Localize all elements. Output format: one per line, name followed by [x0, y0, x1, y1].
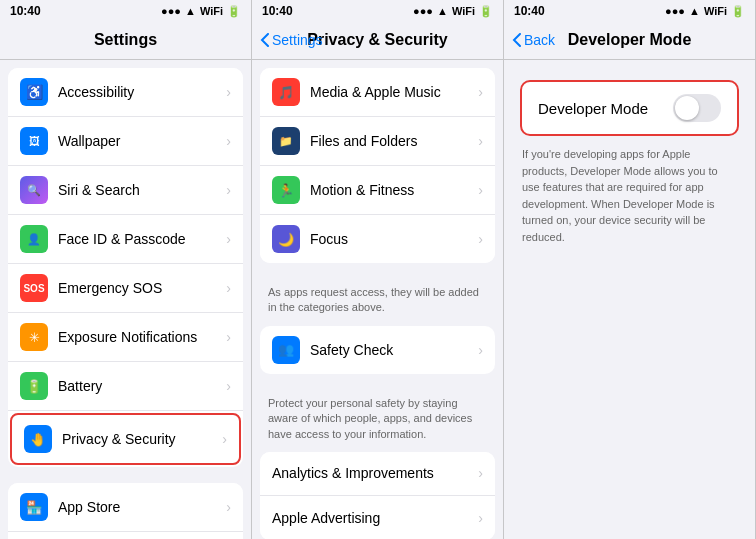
- sidebar-item-privacy[interactable]: 🤚 Privacy & Security ›: [10, 413, 241, 465]
- privacy-item-focus[interactable]: 🌙 Focus ›: [260, 215, 495, 263]
- privacy-item-media[interactable]: 🎵 Media & Apple Music ›: [260, 68, 495, 117]
- time-1: 10:40: [10, 4, 41, 18]
- appstore-label: App Store: [58, 499, 226, 515]
- status-icons-2: ●●● ▲ WiFi 🔋: [413, 5, 493, 18]
- wallpaper-label: Wallpaper: [58, 133, 226, 149]
- privacy-icon: 🤚: [24, 425, 52, 453]
- status-icons-1: ●●● ▲ WiFi 🔋: [161, 5, 241, 18]
- appstore-icon: 🏪: [20, 493, 48, 521]
- devmode-toggle[interactable]: [673, 94, 721, 122]
- siri-icon: 🔍: [20, 176, 48, 204]
- back-button-2[interactable]: Settings: [260, 32, 323, 48]
- settings-list-1: ♿ Accessibility › 🖼 Wallpaper › 🔍 Siri &…: [0, 60, 251, 539]
- advertising-label: Apple Advertising: [272, 510, 478, 526]
- sidebar-item-appstore[interactable]: 🏪 App Store ›: [8, 483, 243, 532]
- privacy-list: 🎵 Media & Apple Music › 📁 Files and Fold…: [252, 60, 503, 539]
- privacy-item-analytics[interactable]: Analytics & Improvements ›: [260, 452, 495, 496]
- faceid-label: Face ID & Passcode: [58, 231, 226, 247]
- status-bar-2: 10:40 ●●● ▲ WiFi 🔋: [252, 0, 503, 22]
- developer-mode-panel: 10:40 ●●● ▲ WiFi 🔋 Back Developer Mode D…: [504, 0, 756, 539]
- sidebar-item-emergency[interactable]: SOS Emergency SOS ›: [8, 264, 243, 313]
- privacy-security-panel: 10:40 ●●● ▲ WiFi 🔋 Settings Privacy & Se…: [252, 0, 504, 539]
- analytics-label: Analytics & Improvements: [272, 465, 478, 481]
- settings-group-1: ♿ Accessibility › 🖼 Wallpaper › 🔍 Siri &…: [8, 68, 243, 467]
- exposure-label: Exposure Notifications: [58, 329, 226, 345]
- chevron-left-icon-3: [512, 33, 522, 47]
- nav-title-2: Privacy & Security: [307, 31, 448, 49]
- emergency-label: Emergency SOS: [58, 280, 226, 296]
- nav-bar-1: Settings: [0, 22, 251, 60]
- motion-label: Motion & Fitness: [310, 182, 478, 198]
- privacy-item-motion[interactable]: 🏃 Motion & Fitness ›: [260, 166, 495, 215]
- focus-icon: 🌙: [272, 225, 300, 253]
- settings-panel: 10:40 ●●● ▲ WiFi 🔋 Settings ♿ Accessibil…: [0, 0, 252, 539]
- battery-label: Battery: [58, 378, 226, 394]
- media-icon: 🎵: [272, 78, 300, 106]
- nav-title-3: Developer Mode: [568, 31, 692, 49]
- safety-group: 👥 Safety Check ›: [260, 326, 495, 374]
- accessibility-icon: ♿: [20, 78, 48, 106]
- toggle-knob: [675, 96, 699, 120]
- status-bar-1: 10:40 ●●● ▲ WiFi 🔋: [0, 0, 251, 22]
- back-label-3: Back: [524, 32, 555, 48]
- time-3: 10:40: [514, 4, 545, 18]
- analytics-group: Analytics & Improvements › Apple Adverti…: [260, 452, 495, 539]
- emergency-icon: SOS: [20, 274, 48, 302]
- privacy-main-group: 🎵 Media & Apple Music › 📁 Files and Fold…: [260, 68, 495, 263]
- safety-icon: 👥: [272, 336, 300, 364]
- files-label: Files and Folders: [310, 133, 478, 149]
- exposure-icon: ✳: [20, 323, 48, 351]
- focus-label: Focus: [310, 231, 478, 247]
- settings-group-2: 🏪 App Store › 💳 Wallet & Apple Pay ›: [8, 483, 243, 539]
- battery-icon: 🔋: [20, 372, 48, 400]
- privacy-label: Privacy & Security: [62, 431, 222, 447]
- motion-icon: 🏃: [272, 176, 300, 204]
- safety-label: Safety Check: [310, 342, 478, 358]
- devmode-list: Developer Mode If you're developing apps…: [504, 60, 755, 539]
- privacy-item-files[interactable]: 📁 Files and Folders ›: [260, 117, 495, 166]
- privacy-item-advertising[interactable]: Apple Advertising ›: [260, 496, 495, 539]
- devmode-content: Developer Mode If you're developing apps…: [504, 68, 755, 257]
- privacy-item-safety[interactable]: 👥 Safety Check ›: [260, 326, 495, 374]
- accessibility-label: Accessibility: [58, 84, 226, 100]
- sidebar-item-siri[interactable]: 🔍 Siri & Search ›: [8, 166, 243, 215]
- siri-label: Siri & Search: [58, 182, 226, 198]
- sidebar-item-wallet[interactable]: 💳 Wallet & Apple Pay ›: [8, 532, 243, 539]
- files-icon: 📁: [272, 127, 300, 155]
- sidebar-item-exposure[interactable]: ✳ Exposure Notifications ›: [8, 313, 243, 362]
- devmode-toggle-label: Developer Mode: [538, 100, 648, 117]
- devmode-description: If you're developing apps for Apple prod…: [520, 146, 739, 245]
- chevron-left-icon: [260, 33, 270, 47]
- media-label: Media & Apple Music: [310, 84, 478, 100]
- safety-note: Protect your personal safety by staying …: [252, 390, 503, 452]
- nav-bar-3: Back Developer Mode: [504, 22, 755, 60]
- nav-bar-2: Settings Privacy & Security: [252, 22, 503, 60]
- sidebar-item-accessibility[interactable]: ♿ Accessibility ›: [8, 68, 243, 117]
- status-bar-3: 10:40 ●●● ▲ WiFi 🔋: [504, 0, 755, 22]
- back-button-3[interactable]: Back: [512, 32, 555, 48]
- status-icons-3: ●●● ▲ WiFi 🔋: [665, 5, 745, 18]
- nav-title-1: Settings: [94, 31, 157, 49]
- back-label-2: Settings: [272, 32, 323, 48]
- faceid-icon: 👤: [20, 225, 48, 253]
- time-2: 10:40: [262, 4, 293, 18]
- devmode-toggle-row: Developer Mode: [520, 80, 739, 136]
- sidebar-item-wallpaper[interactable]: 🖼 Wallpaper ›: [8, 117, 243, 166]
- sidebar-item-faceid[interactable]: 👤 Face ID & Passcode ›: [8, 215, 243, 264]
- categories-note: As apps request access, they will be add…: [252, 279, 503, 326]
- sidebar-item-battery[interactable]: 🔋 Battery ›: [8, 362, 243, 411]
- wallpaper-icon: 🖼: [20, 127, 48, 155]
